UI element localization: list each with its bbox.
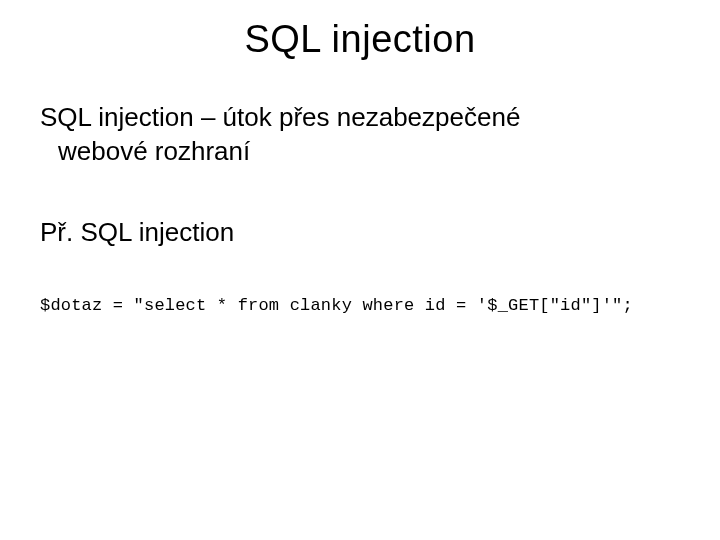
slide-container: SQL injection SQL injection – útok přes …	[0, 0, 720, 540]
slide-title: SQL injection	[40, 18, 680, 61]
subtitle-line-1: SQL injection – útok přes nezabezpečené	[40, 102, 520, 132]
subtitle-line-2: webové rozhraní	[40, 135, 250, 169]
code-snippet: $dotaz = "select * from clanky where id …	[40, 296, 680, 315]
slide-subtitle: SQL injection – útok přes nezabezpečené …	[40, 101, 680, 169]
example-heading: Př. SQL injection	[40, 217, 680, 248]
